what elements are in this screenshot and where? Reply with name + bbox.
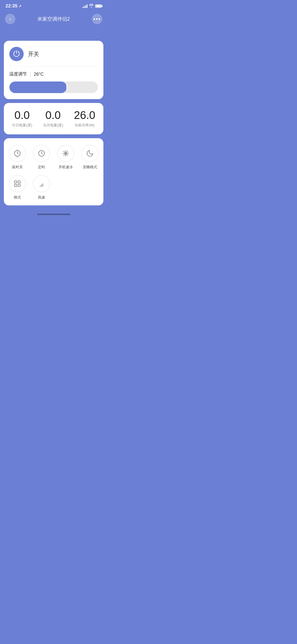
header: ‹ 米家空调伴侣2 •••	[0, 11, 107, 30]
today-energy-value: 0.0	[14, 110, 30, 121]
svg-point-3	[17, 151, 18, 152]
timer-action[interactable]: 定时	[31, 145, 52, 170]
sleep-mode-label: 安睡模式	[83, 165, 97, 170]
wifi-icon	[89, 4, 94, 9]
sleep-mode-icon-wrap	[81, 145, 98, 162]
svg-rect-13	[18, 184, 20, 186]
timer-icon-wrap	[33, 145, 50, 162]
month-energy-label: 当月电量(度)	[43, 123, 63, 128]
page-title: 米家空调伴侣2	[37, 16, 70, 22]
current-power-stat: 26.0 当前功率(W)	[74, 110, 95, 128]
mode-action[interactable]: 模式	[7, 175, 28, 200]
status-bar: 22:35 ↗	[0, 0, 107, 11]
svg-rect-12	[15, 184, 17, 186]
mode-icon	[13, 180, 21, 188]
home-indicator	[0, 209, 107, 217]
actions-card: 延时关 定时 开机速冷	[4, 138, 103, 205]
mode-icon-wrap	[9, 175, 26, 192]
delay-off-icon-wrap	[9, 145, 26, 162]
delay-off-label: 延时关	[12, 165, 23, 170]
slider-fill	[9, 81, 67, 93]
location-icon: ↗	[18, 4, 21, 8]
power-label: 开关	[28, 50, 39, 58]
wind-speed-action[interactable]: 风速	[31, 175, 52, 200]
quick-cool-label: 开机速冷	[59, 165, 73, 170]
today-energy-stat: 0.0 今日电量(度)	[12, 110, 32, 128]
today-energy-label: 今日电量(度)	[12, 123, 32, 128]
back-button[interactable]: ‹	[5, 14, 15, 24]
wind-speed-label: 风速	[38, 195, 45, 200]
wind-speed-icon	[38, 180, 45, 188]
month-energy-value: 0.0	[45, 110, 61, 121]
signal-icon	[82, 4, 87, 8]
temp-value: 26°C	[34, 72, 44, 77]
more-icon: •••	[93, 16, 101, 22]
current-power-label: 当前功率(W)	[75, 123, 95, 128]
quick-cool-icon-wrap	[57, 145, 74, 162]
status-icons	[82, 4, 102, 9]
current-power-value: 26.0	[74, 110, 95, 121]
clock-icon-1	[13, 150, 21, 157]
stats-card: 0.0 今日电量(度) 0.0 当月电量(度) 26.0 当前功率(W)	[4, 103, 103, 134]
more-button[interactable]: •••	[92, 14, 102, 24]
sleep-mode-action[interactable]: 安睡模式	[79, 145, 101, 170]
moon-icon	[86, 150, 94, 157]
temp-title: 温度调节	[9, 71, 27, 77]
month-energy-stat: 0.0 当月电量(度)	[43, 110, 63, 128]
slider-thumb	[67, 84, 67, 90]
time-display: 22:35	[6, 3, 17, 9]
svg-point-9	[65, 153, 66, 154]
actions-row-1: 延时关 定时 开机速冷	[7, 145, 101, 170]
quick-cool-action[interactable]: 开机速冷	[55, 145, 76, 170]
temperature-slider[interactable]	[9, 81, 98, 93]
svg-rect-11	[18, 181, 20, 183]
back-arrow-icon: ‹	[9, 16, 11, 22]
power-icon	[13, 50, 20, 58]
battery-icon	[95, 4, 102, 8]
power-row: 开关	[9, 47, 98, 66]
power-temp-card: 开关 温度调节 26°C	[4, 41, 103, 99]
actions-row-2: 模式 风速	[7, 175, 101, 200]
power-button[interactable]	[9, 47, 24, 61]
status-time: 22:35 ↗	[6, 3, 21, 9]
temp-row: 温度调节 26°C	[9, 71, 98, 77]
wind-speed-icon-wrap	[33, 175, 50, 192]
svg-rect-10	[15, 181, 17, 183]
home-bar	[37, 214, 70, 215]
clock-icon-2	[38, 150, 45, 157]
timer-label: 定时	[38, 165, 45, 170]
temp-divider	[30, 72, 31, 77]
snowflake-icon	[62, 150, 70, 157]
mode-label: 模式	[14, 195, 21, 200]
delay-off-action[interactable]: 延时关	[7, 145, 28, 170]
